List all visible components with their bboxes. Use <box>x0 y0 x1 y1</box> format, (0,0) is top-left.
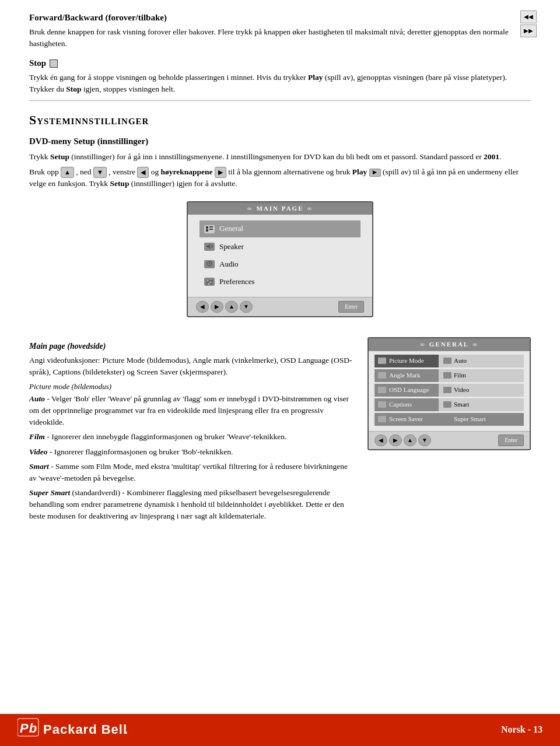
svg-text:.: . <box>124 722 128 737</box>
film-text: Film - Ignorerer den innebygde flagginfo… <box>29 431 354 443</box>
dvd-nav-text: Bruk opp ▲ , ned ▼ , venstre ◀ og høyrek… <box>29 166 531 190</box>
picture-mode-label-cell: Picture Mode <box>374 355 439 367</box>
osd-label-cell: OSD Language <box>374 384 439 397</box>
preferences-label: Preferences <box>219 276 255 287</box>
general-row-captions: Captions Smart <box>374 398 524 411</box>
dvd-menu-items: General Speaker Audio <box>188 215 372 297</box>
gen-enter-button[interactable]: Enter <box>498 435 524 446</box>
general-row-screensaver: Screen Saver Super Smart <box>374 413 524 426</box>
nav-text-1: Bruk opp <box>29 167 59 176</box>
screensaver-label-cell: Screen Saver <box>374 413 439 426</box>
general-menu-header: ∞ GENERAL ∞ <box>369 338 530 351</box>
gen-down-btn[interactable]: ▼ <box>418 435 431 446</box>
general-header-label: GENERAL <box>429 340 469 349</box>
svg-marker-4 <box>206 244 210 249</box>
play-inline-icon: ▶ <box>369 169 381 177</box>
stop-heading-text: Stop <box>29 57 46 69</box>
stop-section: Stop Trykk én gang for å stoppe visninge… <box>29 57 531 94</box>
audio-icon <box>204 260 215 268</box>
menu-item-preferences[interactable]: Preferences <box>200 274 360 290</box>
gen-up-btn[interactable]: ▲ <box>404 435 416 446</box>
password-bold: 2001 <box>484 152 499 161</box>
nav-text-4: og <box>151 167 161 176</box>
svg-rect-10 <box>206 282 213 283</box>
general-menu-rows: Picture Mode Auto Angle Mark <box>369 351 530 431</box>
film-value-text: Film <box>454 371 466 380</box>
nav-text-5: til å bla gjennom alternativene og bruk <box>228 167 352 176</box>
dvd-main-menu: ∞ MAIN PAGE ∞ General Speaker <box>29 201 531 317</box>
video-label: Video <box>29 447 48 456</box>
nav-text-7: (innstillinger) igjen for å avslutte. <box>131 179 237 188</box>
setup-bold-2: Setup <box>110 179 129 188</box>
dvd-nav-buttons: ◀ ▶ ▲ ▼ <box>196 301 253 313</box>
auto-value-icon <box>443 358 452 364</box>
svg-rect-2 <box>209 226 213 227</box>
menu-item-audio[interactable]: Audio <box>200 256 360 272</box>
fast-forward-button[interactable]: ▶▶ <box>520 24 537 37</box>
stop-icon <box>50 59 58 68</box>
super-smart-label: Super Smart <box>29 488 70 497</box>
cap-text: Captions <box>389 400 412 409</box>
infinity-icon-right: ∞ <box>307 204 313 213</box>
general-menu-box: ∞ GENERAL ∞ Picture Mode Auto <box>368 337 531 450</box>
film-value-icon <box>443 372 452 379</box>
dvd-enter-button[interactable]: Enter <box>338 301 364 313</box>
screensaver-value: Super Smart <box>439 413 524 426</box>
col-general-menu: ∞ GENERAL ∞ Picture Mode Auto <box>368 331 531 525</box>
picture-mode-label: Picture mode (bildemodus) <box>29 381 354 393</box>
left-arrow-button: ◀ <box>137 167 149 178</box>
video-text: Video - Ignorerer flagginformasjonen og … <box>29 446 354 458</box>
osd-icon <box>378 387 386 393</box>
dvd-menu-box: ∞ MAIN PAGE ∞ General Speaker <box>187 201 373 317</box>
menu-item-general[interactable]: General <box>200 220 360 237</box>
setup-text-3: . <box>499 152 501 161</box>
angle-mark-label-cell: Angle Mark <box>374 369 439 382</box>
smart-label: Smart <box>29 462 49 471</box>
dvd-down-btn[interactable]: ▼ <box>240 301 253 313</box>
speaker-icon <box>204 243 215 251</box>
dvd-setup-heading: DVD-meny Setup (innstillinger) <box>29 135 531 148</box>
two-col-section: Main page (hovedside) Angi videofunksjon… <box>29 331 531 525</box>
general-row-osd: OSD Language Video <box>374 384 524 397</box>
captions-value: Smart <box>439 398 524 411</box>
rewind-button[interactable]: ◀◀ <box>520 10 537 23</box>
main-page-label: MAIN PAGE <box>256 204 303 213</box>
supersmart-value-icon <box>443 416 452 422</box>
gen-right-btn[interactable]: ▶ <box>389 435 402 446</box>
svg-point-12 <box>207 279 209 281</box>
super-smart-text: Super Smart (standardverdi) - Kombinerer… <box>29 487 354 521</box>
super-smart-desc: (standardverdi) - Kombinerer flagglesing… <box>29 488 344 520</box>
am-icon <box>378 372 386 379</box>
svg-rect-1 <box>206 229 208 232</box>
general-footer: ◀ ▶ ▲ ▼ Enter <box>369 431 530 449</box>
svg-point-13 <box>210 281 212 283</box>
ss-icon <box>378 416 386 422</box>
brand-bar: Pb Packard Bell . Norsk - 13 <box>0 714 560 746</box>
col-text: Main page (hovedside) Angi videofunksjon… <box>29 331 354 525</box>
forward-backward-text: Bruk denne knappen for rask visning foro… <box>29 26 531 49</box>
stop-text-3: igjen, stoppes visningen helt. <box>82 85 175 93</box>
dvd-up-btn[interactable]: ▲ <box>225 301 238 313</box>
gen-left-btn[interactable]: ◀ <box>374 435 387 446</box>
general-row-angle-mark: Angle Mark Film <box>374 369 524 382</box>
play-bold-2: Play <box>352 167 368 176</box>
dvd-right-btn[interactable]: ▶ <box>211 301 223 313</box>
osd-value: Video <box>439 384 524 397</box>
svg-point-8 <box>209 263 211 265</box>
smart-text: Smart - Samme som Film Mode, med ekstra … <box>29 461 354 484</box>
angle-mark-value: Film <box>439 369 524 382</box>
dvd-left-btn[interactable]: ◀ <box>196 301 209 313</box>
menu-item-speaker[interactable]: Speaker <box>200 239 360 255</box>
auto-text: Auto - Velger 'Bob' eller 'Weave' på gru… <box>29 393 354 428</box>
video-value-text: Video <box>454 386 469 394</box>
pm-icon <box>378 358 386 364</box>
smart-value-icon <box>443 401 452 408</box>
speaker-label: Speaker <box>219 241 244 252</box>
main-page-heading: Main page (hovedside) <box>29 341 354 352</box>
video-desc: - Ignorerer flagginformasjonen og bruker… <box>48 447 233 456</box>
svg-rect-3 <box>209 229 213 230</box>
am-text: Angle Mark <box>389 371 420 380</box>
general-row-picture-mode: Picture Mode Auto <box>374 355 524 367</box>
picture-mode-value: Auto <box>439 355 524 367</box>
smart-desc: - Samme som Film Mode, med ekstra 'multi… <box>29 462 348 482</box>
